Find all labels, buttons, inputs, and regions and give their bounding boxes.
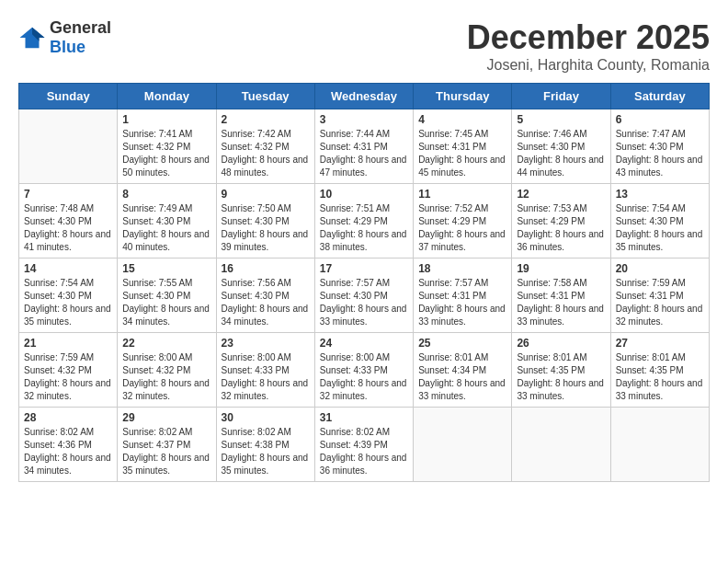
day-number: 20 (616, 262, 704, 275)
logo-icon (18, 24, 46, 52)
weekday-header-sunday: Sunday (19, 84, 118, 109)
calendar-cell: 10Sunrise: 7:51 AMSunset: 4:29 PMDayligh… (314, 184, 413, 259)
calendar-cell (512, 408, 610, 482)
week-row-1: 1Sunrise: 7:41 AMSunset: 4:32 PMDaylight… (19, 109, 710, 184)
page-header: General Blue December 2025 Joseni, Hargh… (18, 18, 710, 74)
day-number: 11 (418, 188, 506, 201)
day-info: Sunrise: 7:58 AMSunset: 4:31 PMDaylight:… (517, 277, 605, 328)
calendar-cell: 20Sunrise: 7:59 AMSunset: 4:31 PMDayligh… (610, 259, 709, 333)
day-info: Sunrise: 7:45 AMSunset: 4:31 PMDaylight:… (418, 128, 506, 179)
calendar-cell: 7Sunrise: 7:48 AMSunset: 4:30 PMDaylight… (19, 184, 118, 259)
day-number: 28 (24, 411, 112, 424)
weekday-header-thursday: Thursday (414, 84, 512, 109)
day-info: Sunrise: 8:02 AMSunset: 4:38 PMDaylight:… (222, 426, 310, 477)
day-number: 12 (517, 188, 605, 201)
day-info: Sunrise: 7:44 AMSunset: 4:31 PMDaylight:… (320, 128, 408, 179)
calendar-cell (414, 408, 512, 482)
calendar-cell: 25Sunrise: 8:01 AMSunset: 4:34 PMDayligh… (414, 333, 512, 408)
day-number: 18 (418, 262, 506, 275)
day-number: 17 (320, 262, 408, 275)
weekday-header-row: SundayMondayTuesdayWednesdayThursdayFrid… (19, 84, 710, 109)
day-number: 26 (517, 337, 605, 350)
day-number: 1 (122, 113, 210, 126)
calendar-cell: 2Sunrise: 7:42 AMSunset: 4:32 PMDaylight… (216, 109, 314, 184)
day-info: Sunrise: 7:41 AMSunset: 4:32 PMDaylight:… (122, 128, 210, 179)
day-number: 22 (122, 337, 210, 350)
calendar-cell: 22Sunrise: 8:00 AMSunset: 4:32 PMDayligh… (118, 333, 216, 408)
week-row-3: 14Sunrise: 7:54 AMSunset: 4:30 PMDayligh… (19, 259, 710, 333)
week-row-5: 28Sunrise: 8:02 AMSunset: 4:36 PMDayligh… (19, 408, 710, 482)
day-number: 16 (222, 262, 310, 275)
day-number: 23 (222, 337, 310, 350)
day-info: Sunrise: 8:02 AMSunset: 4:39 PMDaylight:… (320, 426, 408, 477)
day-number: 25 (418, 337, 506, 350)
weekday-header-tuesday: Tuesday (216, 84, 314, 109)
day-info: Sunrise: 8:02 AMSunset: 4:36 PMDaylight:… (24, 426, 112, 477)
title-block: December 2025 Joseni, Harghita County, R… (467, 18, 710, 74)
day-number: 3 (320, 113, 408, 126)
day-number: 8 (122, 188, 210, 201)
day-number: 2 (222, 113, 310, 126)
day-info: Sunrise: 7:49 AMSunset: 4:30 PMDaylight:… (122, 202, 210, 254)
day-info: Sunrise: 8:01 AMSunset: 4:35 PMDaylight:… (517, 351, 605, 403)
calendar-cell: 13Sunrise: 7:54 AMSunset: 4:30 PMDayligh… (610, 184, 709, 259)
day-info: Sunrise: 8:01 AMSunset: 4:34 PMDaylight:… (418, 351, 506, 403)
day-info: Sunrise: 7:57 AMSunset: 4:30 PMDaylight:… (320, 277, 408, 328)
logo-blue: Blue (50, 38, 85, 56)
day-info: Sunrise: 7:54 AMSunset: 4:30 PMDaylight:… (616, 202, 704, 254)
day-info: Sunrise: 7:48 AMSunset: 4:30 PMDaylight:… (24, 202, 112, 254)
day-number: 24 (320, 337, 408, 350)
day-number: 14 (24, 262, 112, 275)
day-number: 31 (320, 411, 408, 424)
calendar-cell: 28Sunrise: 8:02 AMSunset: 4:36 PMDayligh… (19, 408, 118, 482)
day-number: 6 (616, 113, 704, 126)
weekday-header-saturday: Saturday (610, 84, 709, 109)
calendar-cell: 19Sunrise: 7:58 AMSunset: 4:31 PMDayligh… (512, 259, 610, 333)
day-number: 4 (418, 113, 506, 126)
weekday-header-friday: Friday (512, 84, 610, 109)
calendar-cell: 26Sunrise: 8:01 AMSunset: 4:35 PMDayligh… (512, 333, 610, 408)
calendar-table: SundayMondayTuesdayWednesdayThursdayFrid… (18, 83, 710, 482)
day-info: Sunrise: 7:56 AMSunset: 4:30 PMDaylight:… (222, 277, 310, 328)
logo-text: General Blue (50, 18, 111, 57)
day-number: 27 (616, 337, 704, 350)
weekday-header-monday: Monday (118, 84, 216, 109)
day-info: Sunrise: 8:00 AMSunset: 4:33 PMDaylight:… (320, 351, 408, 403)
day-info: Sunrise: 7:42 AMSunset: 4:32 PMDaylight:… (222, 128, 310, 179)
calendar-cell: 21Sunrise: 7:59 AMSunset: 4:32 PMDayligh… (19, 333, 118, 408)
calendar-cell: 17Sunrise: 7:57 AMSunset: 4:30 PMDayligh… (314, 259, 413, 333)
weekday-header-wednesday: Wednesday (314, 84, 413, 109)
day-number: 10 (320, 188, 408, 201)
calendar-cell: 24Sunrise: 8:00 AMSunset: 4:33 PMDayligh… (314, 333, 413, 408)
calendar-cell: 3Sunrise: 7:44 AMSunset: 4:31 PMDaylight… (314, 109, 413, 184)
calendar-cell: 15Sunrise: 7:55 AMSunset: 4:30 PMDayligh… (118, 259, 216, 333)
calendar-cell: 16Sunrise: 7:56 AMSunset: 4:30 PMDayligh… (216, 259, 314, 333)
day-info: Sunrise: 7:51 AMSunset: 4:29 PMDaylight:… (320, 202, 408, 254)
week-row-4: 21Sunrise: 7:59 AMSunset: 4:32 PMDayligh… (19, 333, 710, 408)
calendar-cell (19, 109, 118, 184)
day-number: 19 (517, 262, 605, 275)
day-number: 5 (517, 113, 605, 126)
day-number: 9 (222, 188, 310, 201)
calendar-cell: 14Sunrise: 7:54 AMSunset: 4:30 PMDayligh… (19, 259, 118, 333)
day-number: 7 (24, 188, 112, 201)
calendar-cell: 31Sunrise: 8:02 AMSunset: 4:39 PMDayligh… (314, 408, 413, 482)
calendar-cell: 12Sunrise: 7:53 AMSunset: 4:29 PMDayligh… (512, 184, 610, 259)
calendar-cell: 6Sunrise: 7:47 AMSunset: 4:30 PMDaylight… (610, 109, 709, 184)
calendar-cell: 1Sunrise: 7:41 AMSunset: 4:32 PMDaylight… (118, 109, 216, 184)
day-info: Sunrise: 7:47 AMSunset: 4:30 PMDaylight:… (616, 128, 704, 179)
day-info: Sunrise: 8:00 AMSunset: 4:32 PMDaylight:… (122, 351, 210, 403)
calendar-cell: 8Sunrise: 7:49 AMSunset: 4:30 PMDaylight… (118, 184, 216, 259)
calendar-cell: 18Sunrise: 7:57 AMSunset: 4:31 PMDayligh… (414, 259, 512, 333)
logo-general: General (50, 18, 111, 37)
day-info: Sunrise: 7:50 AMSunset: 4:30 PMDaylight:… (222, 202, 310, 254)
day-info: Sunrise: 7:46 AMSunset: 4:30 PMDaylight:… (517, 128, 605, 179)
day-info: Sunrise: 7:54 AMSunset: 4:30 PMDaylight:… (24, 277, 112, 328)
day-info: Sunrise: 7:59 AMSunset: 4:32 PMDaylight:… (24, 351, 112, 403)
calendar-cell: 30Sunrise: 8:02 AMSunset: 4:38 PMDayligh… (216, 408, 314, 482)
main-title: December 2025 (467, 18, 710, 57)
day-number: 15 (122, 262, 210, 275)
week-row-2: 7Sunrise: 7:48 AMSunset: 4:30 PMDaylight… (19, 184, 710, 259)
day-info: Sunrise: 8:02 AMSunset: 4:37 PMDaylight:… (122, 426, 210, 477)
calendar-cell: 11Sunrise: 7:52 AMSunset: 4:29 PMDayligh… (414, 184, 512, 259)
